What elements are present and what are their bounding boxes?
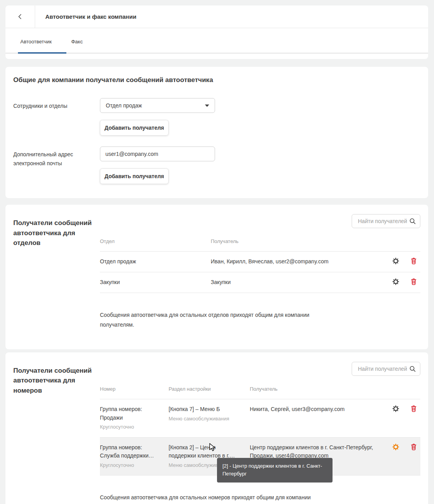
col-recipient: Получатель <box>211 238 381 245</box>
tabs: Автоответчик Факс <box>5 28 428 53</box>
row-actions <box>381 399 420 437</box>
email-field[interactable] <box>100 147 215 161</box>
department-cell: Закупки <box>100 272 211 293</box>
trash-icon[interactable] <box>410 257 417 265</box>
settings-cell: [Кнопка 7] – Меню Б Меню самообслуживани… <box>169 399 250 437</box>
recipient-cell: Никита, Сергей, user3@company.com <box>250 399 381 437</box>
employees-controls: Отдел продаж Добавить получателя <box>100 98 215 136</box>
departments-search-box <box>352 214 420 228</box>
col-settings: Раздел настройки <box>169 385 250 393</box>
table-row-hovered[interactable]: Группа номеров: Служба поддержки… Кругло… <box>100 438 420 476</box>
col-number: Номер <box>100 385 169 393</box>
page: Автоответчик и факс компании Автоответчи… <box>0 0 434 504</box>
employees-label: Сотрудники и отделы <box>13 98 100 136</box>
settings-gear-icon[interactable] <box>392 405 399 412</box>
settings-gear-icon[interactable] <box>392 257 399 265</box>
search-icon[interactable] <box>409 365 416 372</box>
settings-text: [Кнопка 7] – Меню Б <box>169 405 244 414</box>
email-label: Дополнительный адрес электронной почты <box>13 147 100 184</box>
table-row[interactable]: Закупки Закупки <box>100 272 420 293</box>
number-cell: Группа номеров: Служба поддержки… Кругло… <box>100 438 169 475</box>
numbers-card: Получатели сообщений автоответчика для н… <box>5 352 428 504</box>
row-actions <box>381 272 420 293</box>
col-department: Отдел <box>100 238 211 245</box>
department-cell: Отдел продаж <box>100 252 211 272</box>
page-title: Автоответчик и факс компании <box>35 5 136 28</box>
number-cell: Группа номеров: Продажи Круглосуточно <box>100 399 169 437</box>
email-row: Дополнительный адрес электронной почты Д… <box>13 147 420 184</box>
recipient-cell: Иван, Кирилл, Вячеслав, user2@company.co… <box>211 252 381 272</box>
table-row[interactable]: Группа номеров: Продажи Круглосуточно [К… <box>100 399 420 438</box>
add-email-recipient-button[interactable]: Добавить получателя <box>100 168 169 184</box>
active-tab-indicator <box>18 52 66 54</box>
trash-icon[interactable] <box>410 278 417 285</box>
departments-card: Получатели сообщений автоответчика для о… <box>5 205 428 349</box>
general-recipients-card: Общие для компании получатели сообщений … <box>5 67 428 198</box>
employees-select[interactable]: Отдел продаж <box>100 98 215 113</box>
settings-subtext: Меню самообслуживания <box>169 415 244 423</box>
settings-gear-icon-active[interactable] <box>392 443 399 450</box>
section-title: Общие для компании получатели сообщений … <box>13 76 420 84</box>
numbers-search-box <box>352 362 420 376</box>
numbers-table-header: Номер Раздел настройки Получатель <box>100 381 420 399</box>
numbers-content-col: Номер Раздел настройки Получатель Группа… <box>100 362 420 504</box>
email-controls: Добавить получателя <box>100 147 215 184</box>
departments-note: Сообщения автоответчика для остальных от… <box>100 310 322 330</box>
employees-row: Сотрудники и отделы Отдел продаж Добавит… <box>13 98 420 136</box>
numbers-search-input[interactable] <box>357 365 409 372</box>
tooltip: [2] - Центр поддержки клиентов в г. Санк… <box>217 458 333 483</box>
row-actions <box>381 252 420 272</box>
row-actions <box>381 438 420 475</box>
departments-heading-col: Получатели сообщений автоответчика для о… <box>13 214 100 335</box>
recipient-cell: Закупки <box>211 272 381 293</box>
tab-fax[interactable]: Факс <box>69 39 84 45</box>
back-button[interactable] <box>5 5 35 28</box>
departments-table-header: Отдел Получатель <box>100 234 420 252</box>
add-recipient-button[interactable]: Добавить получателя <box>100 120 169 136</box>
table-row[interactable]: Отдел продаж Иван, Кирилл, Вячеслав, use… <box>100 252 420 272</box>
numbers-heading-col: Получатели сообщений автоответчика для н… <box>13 362 100 504</box>
trash-icon[interactable] <box>410 443 417 450</box>
number-text: Группа номеров: Продажи <box>100 405 162 422</box>
header-bar: Автоответчик и факс компании <box>5 5 428 28</box>
departments-content-col: Отдел Получатель Отдел продаж Иван, Кири… <box>100 214 420 335</box>
employees-select-value: Отдел продаж <box>106 102 142 109</box>
number-text: Группа номеров: Служба поддержки… <box>100 443 162 460</box>
chevron-left-icon <box>17 13 23 20</box>
header-card: Автоответчик и факс компании Автоответчи… <box>5 5 428 59</box>
numbers-title: Получатели сообщений автоответчика для н… <box>13 366 96 396</box>
departments-title: Получатели сообщений автоответчика для о… <box>13 218 96 248</box>
number-subtext: Круглосуточно <box>100 461 162 469</box>
tab-track <box>5 53 428 54</box>
departments-search-input[interactable] <box>357 218 409 225</box>
number-subtext: Круглосуточно <box>100 423 162 431</box>
settings-gear-icon[interactable] <box>392 278 399 285</box>
col-recipient: Получатель <box>250 385 381 393</box>
caret-down-icon <box>205 104 209 107</box>
trash-icon[interactable] <box>410 405 417 412</box>
tab-autoresponder[interactable]: Автоответчик <box>19 39 53 45</box>
numbers-note: Сообщения автоответчика для остальных но… <box>100 493 322 504</box>
search-icon[interactable] <box>409 218 416 225</box>
